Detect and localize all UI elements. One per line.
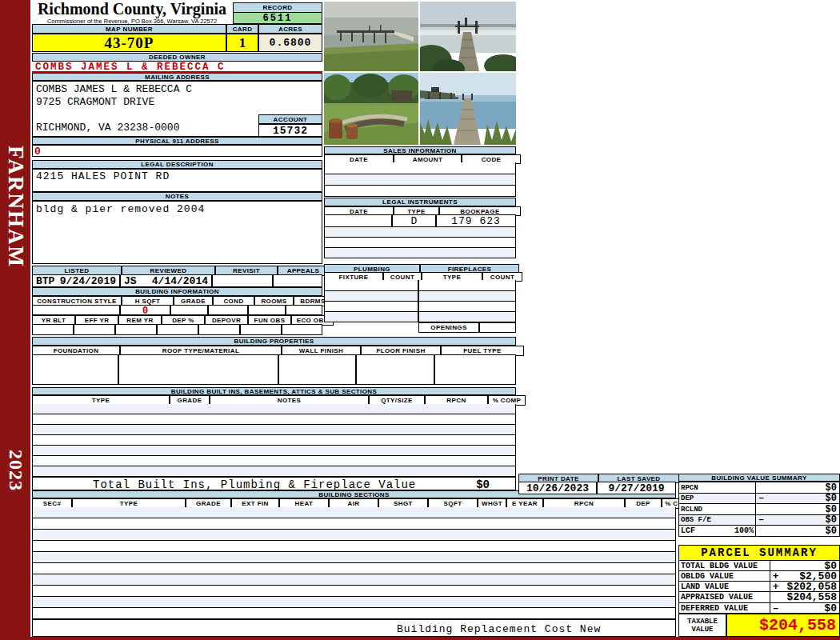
appeals-value <box>273 274 322 287</box>
mailing-address-label: MAILING ADDRESS <box>32 73 322 81</box>
district-name: FARNHAM <box>3 146 28 268</box>
replacement-cost-note: Building Replacement Cost New <box>397 623 601 635</box>
listed-date: 9/24/2019 <box>60 275 116 287</box>
plumbing-rows <box>324 280 418 322</box>
empty-row <box>32 446 516 456</box>
depovr-value <box>198 324 240 335</box>
empty-row <box>32 507 676 518</box>
built-ins-total-label: Total Built Ins, Plumbing & Fireplace Va… <box>93 478 416 491</box>
empty-row <box>324 280 418 291</box>
physical-911-label: PHYSICAL 911 ADDRESS <box>32 137 322 145</box>
bdrms-value <box>286 305 322 315</box>
parcel-summary-table: TOTAL BLDG VALUE $0 OBLDG VALUE +$2,500 … <box>678 561 840 614</box>
bvs-op: – <box>758 514 764 526</box>
parcel-label: DEFERRED VALUE <box>681 604 748 613</box>
taxable-value-label: TAXABLE VALUE <box>678 614 726 637</box>
reviewed-value: JS 4/14/2014 <box>120 274 212 287</box>
empty-row <box>418 280 516 291</box>
empty-row <box>324 302 418 312</box>
fireplaces-rows <box>418 280 516 322</box>
photo-pier-over-river-grass-bank[interactable] <box>324 2 418 71</box>
empty-row <box>324 162 516 174</box>
legal-instruments-rows <box>324 227 516 258</box>
revisit-value <box>212 274 273 287</box>
card-value: 1 <box>226 34 258 52</box>
empty-row <box>32 574 676 586</box>
bvs-label: RCLND <box>681 506 702 514</box>
map-number-value: 43-70P <box>32 34 226 52</box>
physical-911-value: 0 <box>32 145 322 157</box>
empty-row <box>324 312 418 322</box>
deeded-owner-label: DEEDED OWNER <box>32 53 322 62</box>
photo-landscaped-yard-planters[interactable] <box>324 73 418 145</box>
building-properties-values <box>32 354 516 385</box>
empty-row <box>324 186 516 197</box>
print-date-value: 10/26/2023 <box>518 482 597 494</box>
empty-row <box>324 291 418 302</box>
last-saved-value: 9/27/2019 <box>597 482 676 494</box>
reviewed-date: 4/14/2014 <box>152 275 208 287</box>
taxable-value-amount: $204,558 <box>726 614 840 637</box>
map-number-label: MAP NUMBER <box>32 24 226 34</box>
acres-label: ACRES <box>258 24 322 34</box>
building-information-title: BUILDING INFORMATION <box>32 287 322 296</box>
cond-value <box>208 305 248 315</box>
built-ins-total-value: $0 <box>476 478 490 491</box>
mailing-line: 9725 CRAGMONT DRIVE <box>36 96 322 109</box>
parcel-value: $0 <box>779 602 837 614</box>
empty-row <box>32 586 676 597</box>
built-ins-total-row: Total Built Ins, Plumbing & Fireplace Va… <box>32 477 516 490</box>
dep-pct-value <box>157 324 198 335</box>
listed-value: BTP 9/24/2019 <box>32 274 120 287</box>
hsqft-value: 0 <box>120 305 170 315</box>
sales-information-rows <box>324 162 516 197</box>
photo-wooden-dock-walkway[interactable] <box>420 2 516 71</box>
empty-row <box>418 291 516 302</box>
roof-value <box>118 354 278 385</box>
taxable-value-row: TAXABLE VALUE $204,558 <box>678 614 840 637</box>
notes-label: NOTES <box>32 192 322 201</box>
yrblt-value <box>32 324 74 335</box>
empty-row <box>32 404 516 414</box>
legal-instruments-title: LEGAL INSTRUMENTS <box>324 198 516 206</box>
li-bookpage-value: 179 623 <box>436 214 516 227</box>
bvs-value: $0 <box>764 493 837 504</box>
empty-row <box>32 552 676 563</box>
empty-row <box>418 302 516 312</box>
reviewed-by: JS <box>124 275 137 287</box>
legal-instruments-first-row: D 179 623 <box>324 214 516 227</box>
empty-row <box>324 227 516 238</box>
grade-value <box>170 305 208 315</box>
foundation-value <box>32 354 118 385</box>
legal-description-label: LEGAL DESCRIPTION <box>32 160 322 169</box>
notes-value: bldg & pier removed 2004 <box>32 201 322 264</box>
bvs-value: $0 <box>758 526 837 537</box>
sales-information-title: SALES INFORMATION <box>324 146 516 154</box>
photo-dock-over-marsh-water[interactable] <box>420 73 516 145</box>
legal-description-value: 4215 HALES POINT RD <box>32 169 322 192</box>
empty-row <box>32 414 516 425</box>
empty-row <box>32 518 676 530</box>
county-title: Richmond County, Virginia <box>32 0 232 18</box>
bvs-row: LCF100% $0 <box>678 526 840 537</box>
bvs-value: $0 <box>764 514 837 526</box>
left-edge-band <box>0 0 30 640</box>
construction-style-value <box>32 305 120 315</box>
deeded-owner-value: COMBS JAMES L & REBECCA C <box>32 62 322 73</box>
bvs-label: RPCN <box>681 484 698 492</box>
property-record-card: FARNHAM 2023 Richmond County, Virginia C… <box>0 0 840 640</box>
bvs-value: $0 <box>758 482 837 494</box>
building-properties-title: BUILDING PROPERTIES <box>32 337 516 346</box>
review-value-row: BTP 9/24/2019 JS 4/14/2014 <box>32 274 322 287</box>
funobs-value <box>240 324 282 335</box>
bvs-row: RCLND $0 <box>678 504 840 515</box>
acres-value: 0.6800 <box>258 34 322 52</box>
openings-label: OPENINGS <box>418 322 479 333</box>
account-value: 15732 <box>258 124 322 137</box>
li-date-value <box>324 214 392 227</box>
building-value-summary-title: BUILDING VALUE SUMMARY <box>678 474 840 482</box>
openings-row: OPENINGS <box>418 322 516 333</box>
empty-row <box>32 563 676 574</box>
rooms-value <box>248 305 286 315</box>
building-value-summary-table: RPCN $0 DEP –$0 RCLND $0 OBS F/E –$0 LCF… <box>678 482 840 537</box>
